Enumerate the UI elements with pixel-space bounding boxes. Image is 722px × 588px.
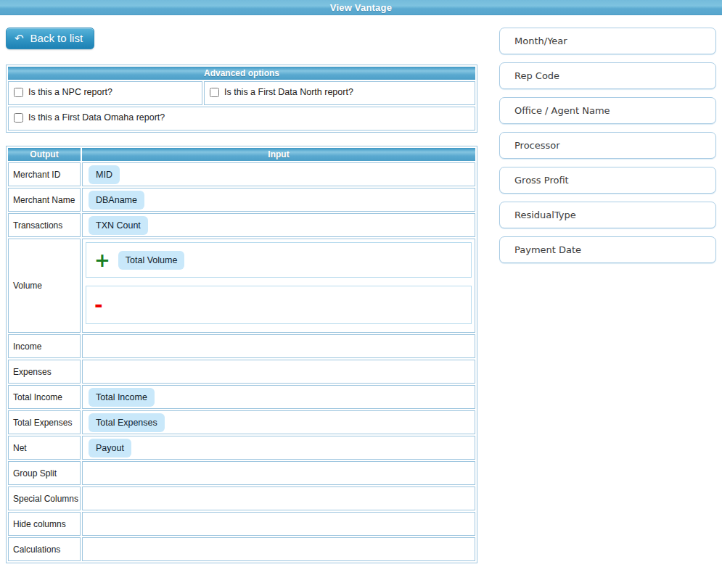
back-to-list-button[interactable]: ↶ Back to list [6, 28, 94, 49]
chip-dbaname[interactable]: DBAname [89, 191, 144, 210]
first-data-north-cell: Is this a First Data North report? [204, 81, 475, 105]
output-label-net: Net [8, 436, 81, 460]
first-data-north-checkbox[interactable] [210, 88, 219, 97]
mapping-row-hide-columns: Hide columns [8, 512, 475, 536]
sidebar-field-label: Gross Profit [514, 175, 569, 186]
add-icon: + [94, 251, 110, 270]
sidebar-field-rep-code[interactable]: Rep Code [499, 62, 716, 89]
sidebar-field-label: ResidualType [514, 210, 576, 220]
advanced-options-row-1: Is this a NPC report? Is this a First Da… [8, 81, 475, 105]
input-dropzone-special-columns[interactable] [82, 486, 475, 510]
output-label-total-income: Total Income [8, 385, 81, 409]
input-dropzone-volume: + Total Volume - [82, 239, 475, 333]
input-dropzone-merchant-name[interactable]: DBAname [82, 188, 475, 212]
sidebar-field-label: Month/Year [514, 36, 567, 46]
mapping-row-merchant-id: Merchant ID MID [8, 162, 475, 186]
chip-payout[interactable]: Payout [89, 439, 131, 457]
mapping-row-volume: Volume + Total Volume - [8, 239, 475, 333]
output-label-transactions: Transactions [8, 213, 81, 237]
output-label-expenses: Expenses [8, 360, 81, 384]
chip-txn-count[interactable]: TXN Count [89, 216, 148, 235]
mapping-row-transactions: Transactions TXN Count [8, 213, 475, 237]
sidebar-field-processor[interactable]: Processor [499, 132, 716, 159]
output-label-merchant-name: Merchant Name [8, 188, 81, 212]
first-data-omaha-label: Is this a First Data Omaha report? [28, 112, 165, 123]
input-dropzone-income[interactable] [82, 334, 475, 358]
output-label-income: Income [8, 334, 81, 358]
sidebar-field-month-year[interactable]: Month/Year [499, 28, 716, 54]
sidebar-field-label: Rep Code [514, 70, 559, 81]
npc-report-label: Is this a NPC report? [28, 87, 112, 97]
output-label-total-expenses: Total Expenses [8, 410, 81, 434]
first-data-omaha-option[interactable]: Is this a First Data Omaha report? [14, 112, 165, 123]
volume-add-dropzone[interactable]: + Total Volume [86, 242, 472, 278]
input-dropzone-transactions[interactable]: TXN Count [82, 213, 475, 237]
output-label-special-columns: Special Columns [8, 486, 81, 510]
mapping-row-income: Income [8, 334, 475, 358]
fields-sidebar: Month/Year Rep Code Office / Agent Name … [499, 15, 716, 271]
chip-total-income[interactable]: Total Income [89, 388, 155, 407]
output-column-header: Output [8, 148, 81, 161]
output-label-group-split: Group Split [8, 461, 81, 485]
mapping-row-calculations: Calculations [8, 537, 475, 561]
main-column: ↶ Back to list Advanced options Is this … [6, 15, 477, 563]
first-data-north-option[interactable]: Is this a First Data North report? [210, 87, 353, 97]
mapping-row-group-split: Group Split [8, 461, 475, 485]
mapping-table: Output Input Merchant ID MID Merchant Na… [6, 146, 477, 563]
mapping-row-merchant-name: Merchant Name DBAname [8, 188, 475, 212]
mapping-row-special-columns: Special Columns [8, 486, 475, 510]
first-data-omaha-cell: Is this a First Data Omaha report? [8, 107, 475, 131]
mapping-row-total-expenses: Total Expenses Total Expenses [8, 410, 475, 434]
mapping-table-header: Output Input [8, 148, 475, 161]
mapping-row-net: Net Payout [8, 436, 475, 460]
sidebar-field-office-agent-name[interactable]: Office / Agent Name [499, 97, 716, 124]
input-dropzone-expenses[interactable] [82, 360, 475, 384]
advanced-options-panel: Advanced options Is this a NPC report? I… [6, 65, 477, 133]
input-dropzone-hide-columns[interactable] [82, 512, 475, 536]
input-dropzone-merchant-id[interactable]: MID [82, 162, 475, 186]
output-label-merchant-id: Merchant ID [8, 162, 81, 186]
sidebar-field-label: Payment Date [514, 244, 581, 255]
sidebar-field-label: Office / Agent Name [514, 105, 610, 116]
chip-mid[interactable]: MID [89, 165, 120, 184]
npc-report-option[interactable]: Is this a NPC report? [14, 87, 112, 97]
mapping-row-total-income: Total Income Total Income [8, 385, 475, 409]
back-to-list-label: Back to list [30, 32, 83, 44]
input-dropzone-group-split[interactable] [82, 461, 475, 485]
volume-subtract-dropzone[interactable]: - [86, 286, 472, 324]
input-dropzone-total-income[interactable]: Total Income [82, 385, 475, 409]
subtract-icon: - [94, 295, 103, 315]
sidebar-field-label: Processor [514, 140, 560, 151]
sidebar-field-gross-profit[interactable]: Gross Profit [499, 167, 716, 194]
advanced-options-row-2: Is this a First Data Omaha report? [8, 107, 475, 131]
back-arrow-icon: ↶ [15, 33, 24, 44]
input-column-header: Input [82, 148, 475, 161]
npc-report-checkbox[interactable] [14, 88, 23, 97]
npc-report-cell: Is this a NPC report? [8, 81, 202, 105]
input-dropzone-net[interactable]: Payout [82, 436, 475, 460]
output-label-hide-columns: Hide columns [8, 512, 81, 536]
page-body: ↶ Back to list Advanced options Is this … [0, 15, 722, 563]
input-dropzone-calculations[interactable] [82, 537, 475, 561]
output-label-calculations: Calculations [8, 537, 81, 561]
page-title: View Vantage [330, 2, 392, 13]
input-dropzone-total-expenses[interactable]: Total Expenses [82, 410, 475, 434]
first-data-north-label: Is this a First Data North report? [224, 87, 353, 97]
mapping-row-expenses: Expenses [8, 360, 475, 384]
sidebar-field-payment-date[interactable]: Payment Date [499, 236, 716, 263]
first-data-omaha-checkbox[interactable] [14, 113, 23, 123]
output-label-volume: Volume [8, 239, 81, 333]
sidebar-field-residual-type[interactable]: ResidualType [499, 202, 716, 228]
page-header: View Vantage [0, 0, 722, 15]
chip-total-expenses[interactable]: Total Expenses [89, 413, 165, 432]
chip-total-volume[interactable]: Total Volume [118, 251, 185, 270]
advanced-options-title: Advanced options [8, 67, 475, 80]
